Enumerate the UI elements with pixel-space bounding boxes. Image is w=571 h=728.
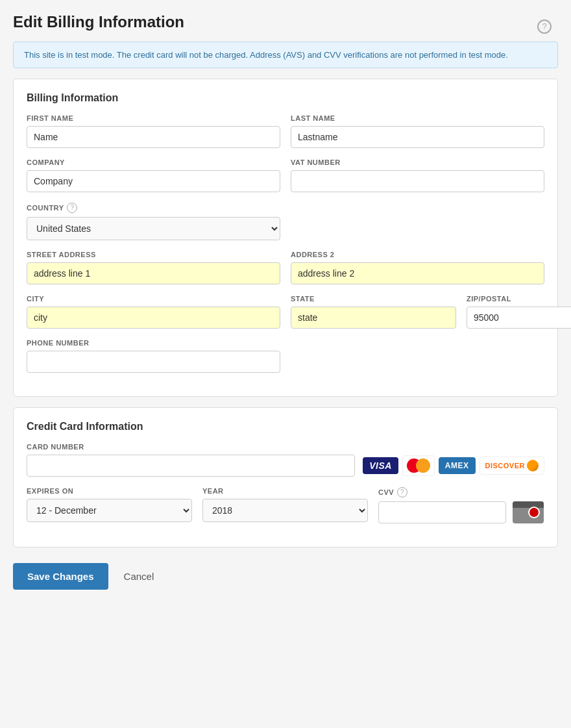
cvv-input-row (378, 501, 544, 523)
vat-label: VAT NUMBER (291, 158, 544, 166)
cvv-input[interactable] (378, 501, 506, 523)
country-help-icon[interactable]: ? (67, 203, 77, 213)
city-state-zip-row: CITY STATE ZIP/POSTAL (27, 295, 544, 329)
state-label: STATE (291, 295, 456, 303)
discover-dot (527, 460, 539, 471)
country-group: COUNTRY ? United States Canada United Ki… (27, 203, 280, 240)
address2-input[interactable] (291, 262, 544, 284)
page-title: Edit Billing Information (13, 13, 558, 31)
company-label: COMPANY (27, 158, 280, 166)
phone-group: PHONE NUMBER (27, 339, 280, 373)
state-input[interactable] (291, 307, 456, 329)
zip-group: ZIP/POSTAL (467, 295, 571, 329)
first-name-label: FIRST NAME (27, 114, 280, 122)
city-label: CITY (27, 295, 280, 303)
phone-input[interactable] (27, 351, 280, 373)
billing-section: Billing Information FIRST NAME LAST NAME… (13, 79, 558, 397)
card-number-label: CARD NUMBER (27, 443, 544, 451)
amex-logo: AMEX (439, 457, 476, 474)
street-input[interactable] (27, 262, 280, 284)
action-row: Save Changes Cancel (13, 558, 558, 590)
phone-label: PHONE NUMBER (27, 339, 280, 347)
billing-section-title: Billing Information (27, 92, 544, 104)
test-mode-banner: This site is in test mode. The credit ca… (13, 42, 558, 68)
card-number-group: CARD NUMBER VISA AMEX DISCOVER (27, 443, 544, 477)
city-input[interactable] (27, 307, 280, 329)
last-name-group: LAST NAME (291, 114, 544, 148)
company-group: COMPANY (27, 158, 280, 192)
country-row: COUNTRY ? United States Canada United Ki… (27, 203, 544, 240)
save-button[interactable]: Save Changes (13, 563, 108, 590)
mc-right-circle (416, 458, 430, 473)
country-select[interactable]: United States Canada United Kingdom Aust… (27, 217, 280, 240)
expires-cvv-row: EXPIRES ON 01 - January 02 - February 03… (27, 487, 544, 523)
expires-group: EXPIRES ON 01 - January 02 - February 03… (27, 487, 192, 523)
credit-card-icon (513, 501, 544, 523)
card-logos: VISA AMEX DISCOVER (363, 455, 544, 476)
zip-label: ZIP/POSTAL (467, 295, 571, 303)
card-number-row: VISA AMEX DISCOVER (27, 455, 544, 477)
last-name-label: LAST NAME (291, 114, 544, 122)
credit-card-section: Credit Card Information CARD NUMBER VISA… (13, 407, 558, 547)
cvv-group: CVV ? (378, 487, 544, 523)
city-group: CITY (27, 295, 280, 329)
credit-card-title: Credit Card Information (27, 421, 544, 433)
cvv-label: CVV ? (378, 487, 544, 497)
country-label: COUNTRY ? (27, 203, 280, 213)
zip-input[interactable] (467, 307, 571, 329)
street-group: STREET ADDRESS (27, 251, 280, 284)
address-row: STREET ADDRESS ADDRESS 2 (27, 251, 544, 284)
state-group: STATE (291, 295, 456, 329)
name-row: FIRST NAME LAST NAME (27, 114, 544, 148)
cancel-button[interactable]: Cancel (114, 563, 165, 590)
phone-row: PHONE NUMBER (27, 339, 544, 373)
vat-input[interactable] (291, 170, 544, 192)
mastercard-logo (402, 455, 435, 476)
first-name-group: FIRST NAME (27, 114, 280, 148)
vat-group: VAT NUMBER (291, 158, 544, 192)
card-number-input[interactable] (27, 455, 355, 477)
year-select[interactable]: 2016 2017 2018 2019 2020 2021 2022 2023 (202, 499, 368, 522)
street-label: STREET ADDRESS (27, 251, 280, 258)
address2-group: ADDRESS 2 (291, 251, 544, 284)
cc-badge (528, 507, 540, 518)
help-icon[interactable]: ? (537, 19, 552, 34)
address2-label: ADDRESS 2 (291, 251, 544, 258)
company-input[interactable] (27, 170, 280, 192)
year-group: YEAR 2016 2017 2018 2019 2020 2021 2022 … (202, 487, 368, 523)
year-label: YEAR (202, 487, 368, 495)
discover-logo: DISCOVER (480, 457, 544, 475)
company-row: COMPANY VAT NUMBER (27, 158, 544, 192)
expires-select[interactable]: 01 - January 02 - February 03 - March 04… (27, 499, 192, 522)
last-name-input[interactable] (291, 126, 544, 148)
visa-logo: VISA (363, 457, 398, 474)
cvv-help-icon[interactable]: ? (397, 487, 407, 497)
expires-label: EXPIRES ON (27, 487, 192, 495)
first-name-input[interactable] (27, 126, 280, 148)
